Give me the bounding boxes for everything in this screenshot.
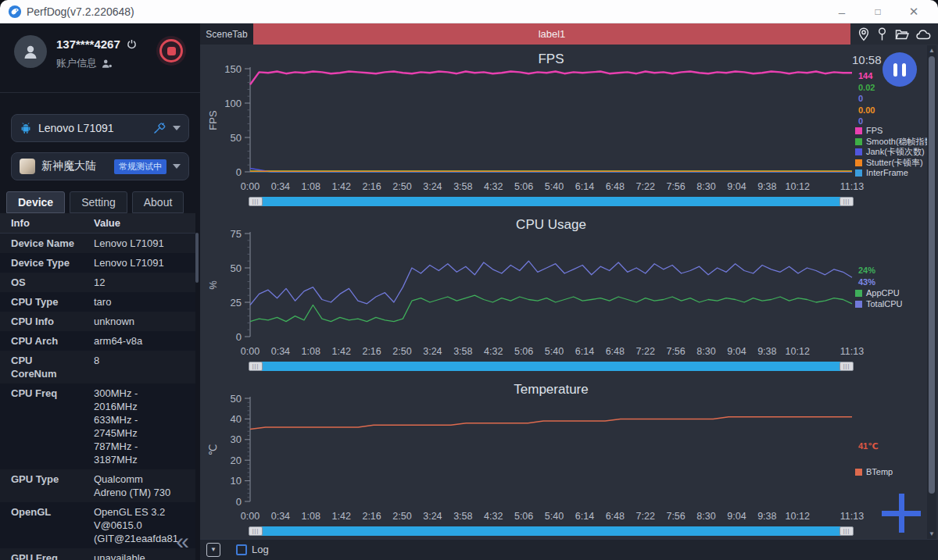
- legend-swatch: [855, 148, 862, 155]
- main-v-scrollbar[interactable]: ▲ ▼: [927, 45, 936, 539]
- stop-recording-button[interactable]: [156, 36, 186, 66]
- x-tick-label: 1:08: [302, 511, 320, 522]
- device-selector-value: Lenovo L71091: [38, 122, 147, 134]
- x-tick-label: 3:58: [453, 346, 472, 357]
- x-tick-label: 6:14: [575, 181, 594, 192]
- x-tick-label: 6:48: [606, 346, 625, 357]
- legend-item: Jank(卡顿次数): [855, 147, 936, 158]
- account-info-link[interactable]: 账户信息: [56, 56, 97, 70]
- x-tick-label: 0:00: [241, 511, 260, 522]
- user-settings-icon[interactable]: [102, 59, 113, 69]
- device-info-table-body: Device NameLenovo L71091Device TypeLenov…: [0, 234, 195, 560]
- scroll-grip-right[interactable]: |||: [840, 197, 854, 206]
- table-row: GPU TypeQualcomm Adreno (TM) 730: [0, 469, 195, 502]
- temp-h-scrollbar[interactable]: ||| |||: [250, 526, 852, 536]
- value-cell: 300MHz - 2016MHz 633MHz - 2745MHz 787MHz…: [83, 383, 195, 469]
- sidebar: 137****4267 账户信息: [0, 23, 200, 560]
- current-value: 0.02: [858, 82, 875, 94]
- info-cell: CPU Arch: [0, 331, 83, 351]
- x-tick-label: 3:24: [423, 346, 442, 357]
- x-tick-label: 2:16: [362, 346, 381, 357]
- avatar[interactable]: [14, 35, 47, 68]
- legend-item: InterFrame: [855, 168, 936, 179]
- tab-about[interactable]: About: [132, 191, 184, 213]
- legend-item: AppCPU: [855, 288, 902, 299]
- legend-label: AppCPU: [866, 288, 900, 299]
- power-icon[interactable]: [127, 39, 137, 49]
- v-scroll-thumb[interactable]: [929, 56, 935, 494]
- info-cell: CPU Info: [0, 312, 83, 331]
- device-selector[interactable]: Lenovo L71091: [11, 114, 189, 142]
- info-cell: OpenGL: [0, 502, 83, 548]
- svg-text:20: 20: [231, 455, 242, 466]
- add-chart-button[interactable]: [882, 494, 921, 533]
- close-button[interactable]: ✕: [896, 5, 932, 19]
- scroll-grip-right[interactable]: |||: [840, 526, 854, 536]
- sidebar-table-scrollbar[interactable]: [195, 233, 199, 283]
- x-tick-label: 1:08: [302, 181, 320, 192]
- scroll-grip-left[interactable]: |||: [249, 362, 263, 371]
- scroll-up-icon[interactable]: ▲: [927, 47, 936, 54]
- legend-label: TotalCPU: [866, 299, 902, 310]
- legend-swatch: [855, 301, 862, 308]
- x-tick-label: 6:48: [606, 181, 625, 192]
- svg-text:75: 75: [231, 229, 242, 240]
- table-row: CPU Typetaro: [0, 292, 195, 312]
- x-tick-label: 1:42: [332, 181, 351, 192]
- fps-h-scrollbar[interactable]: ||| |||: [250, 197, 852, 206]
- legend-swatch: [855, 127, 862, 134]
- map-pin-icon[interactable]: [857, 27, 870, 41]
- scroll-grip-left[interactable]: |||: [249, 197, 263, 206]
- scene-label-bar[interactable]: label1: [253, 23, 850, 45]
- device-info-table: Info Value Device NameLenovo L71091Devic…: [0, 213, 195, 560]
- cpu-x-axis: 0:000:341:081:422:162:503:243:584:325:06…: [250, 346, 852, 358]
- legend-swatch: [855, 469, 862, 476]
- scroll-down-icon[interactable]: ▼: [927, 530, 936, 537]
- table-row: CPU Archarm64-v8a: [0, 331, 195, 351]
- pause-button[interactable]: [883, 52, 917, 87]
- svg-text:30: 30: [231, 433, 242, 445]
- scroll-grip-left[interactable]: |||: [249, 526, 263, 536]
- temp-chart: 01020304050: [209, 394, 858, 509]
- usb-connect-icon[interactable]: [153, 123, 166, 134]
- app-selector[interactable]: 新神魔大陆 常规测试中: [11, 152, 189, 180]
- x-tick-label: 6:14: [575, 511, 594, 522]
- maximize-button[interactable]: □: [860, 6, 896, 17]
- chevron-down-icon: [173, 126, 181, 130]
- x-tick-label: 9:38: [757, 181, 776, 192]
- folder-icon[interactable]: [895, 28, 909, 41]
- scene-tab[interactable]: SceneTab: [200, 23, 253, 45]
- test-status-badge: 常规测试中: [114, 159, 166, 174]
- info-cell: GPU Type: [0, 469, 83, 502]
- tab-device[interactable]: Device: [6, 191, 65, 213]
- value-cell: unknown: [83, 312, 195, 331]
- x-tick-label: 2:16: [362, 511, 381, 522]
- x-tick-label: 4:32: [484, 181, 503, 192]
- current-value: 24%: [858, 265, 875, 276]
- cloud-icon[interactable]: [916, 29, 931, 40]
- log-checkbox[interactable]: [236, 544, 247, 555]
- svg-text:50: 50: [231, 132, 242, 144]
- x-tick-label: 5:06: [514, 346, 533, 357]
- tab-setting[interactable]: Setting: [70, 191, 127, 213]
- elapsed-time: 10:58: [852, 53, 882, 66]
- collapse-sidebar-icon[interactable]: «: [176, 532, 189, 551]
- scene-topbar: SceneTab label1: [200, 23, 938, 45]
- scroll-grip-right[interactable]: |||: [840, 362, 854, 371]
- x-tick-label: 3:58: [453, 181, 472, 192]
- info-cell: CPU CoreNum: [0, 351, 83, 383]
- chevron-down-icon: [173, 164, 181, 169]
- panel-dropdown-button[interactable]: ▼: [206, 543, 220, 557]
- marker-pin-icon[interactable]: [877, 27, 887, 41]
- table-row: OS12: [0, 273, 195, 292]
- cpu-h-scrollbar[interactable]: ||| |||: [250, 362, 852, 371]
- svg-text:40: 40: [231, 413, 242, 425]
- minimize-button[interactable]: –: [824, 5, 860, 19]
- table-row: Device NameLenovo L71091: [0, 234, 195, 253]
- x-tick-label: 6:14: [575, 346, 594, 357]
- svg-text:150: 150: [224, 64, 242, 75]
- value-cell: Lenovo L71091: [83, 253, 195, 273]
- cpu-y-axis-label: %: [207, 280, 219, 290]
- value-cell: Qualcomm Adreno (TM) 730: [83, 469, 195, 502]
- x-tick-label: 8:30: [696, 511, 715, 522]
